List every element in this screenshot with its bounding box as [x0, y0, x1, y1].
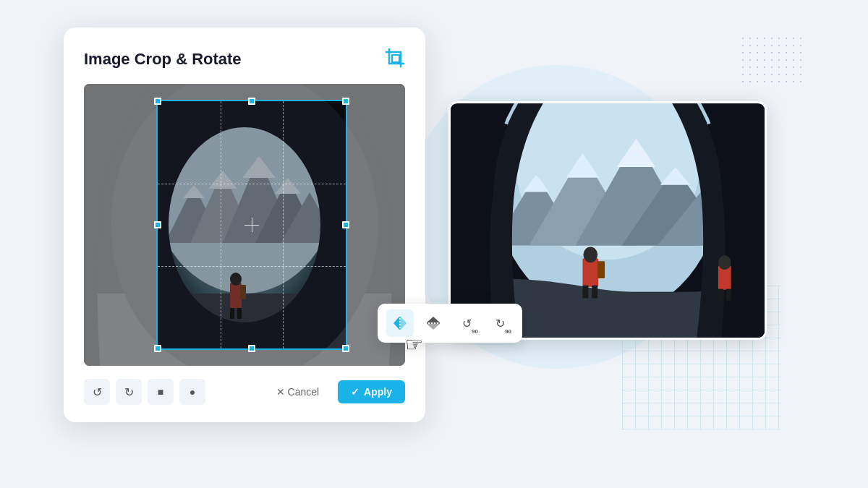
- footer-left-controls: ↺ ↻ ■ ●: [84, 379, 205, 405]
- cancel-icon: ✕: [276, 386, 285, 398]
- crop-handle-bot-left[interactable]: [154, 345, 161, 352]
- crop-handle-mid-left[interactable]: [154, 221, 161, 228]
- aspect-square-button[interactable]: ■: [148, 379, 174, 405]
- rotate-ccw-icon: ↺: [462, 317, 472, 330]
- crop-overlay-bottom: [156, 350, 347, 366]
- svg-rect-0: [392, 55, 399, 62]
- rotate-right-icon: ↻: [124, 385, 134, 399]
- rotate-ccw-label: 90: [472, 328, 478, 335]
- svg-rect-45: [726, 289, 731, 301]
- crop-grid-line-v1: [221, 101, 221, 348]
- crop-grid-line-h1: [158, 184, 346, 184]
- rotate-ccw-button[interactable]: ↺ 90: [453, 309, 480, 337]
- svg-marker-21: [427, 317, 440, 322]
- crop-handle-top-mid[interactable]: [248, 98, 255, 105]
- flip-vertical-button[interactable]: [420, 309, 447, 337]
- cancel-label: Cancel: [288, 386, 320, 398]
- apply-button[interactable]: ✓ Apply: [338, 380, 405, 403]
- crop-center-cross: [244, 218, 259, 232]
- aspect-circle-icon: ●: [190, 386, 195, 398]
- crop-handle-top-left[interactable]: [154, 98, 161, 105]
- svg-marker-22: [427, 324, 440, 330]
- crop-selection-box[interactable]: [156, 100, 347, 350]
- flip-horizontal-icon: [392, 315, 408, 331]
- crop-grid-line-h2: [158, 266, 346, 267]
- card-footer: ↺ ↻ ■ ● ✕ Cancel ✓ Apply: [84, 379, 405, 405]
- crop-handle-bot-right[interactable]: [342, 345, 349, 352]
- crop-grid-line-v2: [283, 101, 284, 348]
- crop-handle-mid-right[interactable]: [342, 221, 349, 228]
- svg-point-43: [718, 255, 731, 270]
- crop-handle-bot-mid[interactable]: [248, 345, 255, 352]
- svg-point-38: [583, 247, 597, 262]
- svg-rect-41: [597, 261, 605, 278]
- svg-rect-37: [582, 258, 598, 286]
- rotate-cw-icon: ↻: [495, 317, 505, 330]
- card-title: Image Crop & Rotate: [84, 50, 242, 69]
- bg-dots-decoration: [739, 35, 804, 85]
- apply-label: Apply: [364, 386, 392, 398]
- svg-rect-40: [592, 286, 597, 299]
- flip-vertical-icon: [425, 315, 441, 331]
- aspect-square-icon: ■: [158, 386, 163, 398]
- svg-rect-44: [718, 289, 723, 301]
- cancel-button[interactable]: ✕ Cancel: [265, 380, 331, 403]
- crop-overlay-left: [84, 84, 156, 366]
- flip-horizontal-button[interactable]: [386, 309, 414, 337]
- crop-image-area[interactable]: [84, 84, 405, 366]
- aspect-circle-button[interactable]: ●: [179, 379, 205, 405]
- crop-icon: [385, 48, 405, 71]
- svg-marker-19: [401, 317, 407, 330]
- card-header: Image Crop & Rotate: [84, 48, 405, 71]
- crop-handle-top-right[interactable]: [342, 98, 349, 105]
- preview-image: [451, 103, 765, 338]
- apply-icon: ✓: [351, 386, 359, 398]
- svg-rect-39: [582, 286, 588, 299]
- crop-card: Image Crop & Rotate: [64, 27, 425, 422]
- footer-right-controls: ✕ Cancel ✓ Apply: [265, 380, 405, 403]
- rotate-cw-label: 90: [505, 328, 511, 335]
- rotate-cw-button[interactable]: ↻ 90: [486, 309, 514, 337]
- cross-vertical: [252, 218, 252, 232]
- rotate-right-button[interactable]: ↻: [116, 379, 142, 405]
- rotate-left-button[interactable]: ↺: [84, 379, 110, 405]
- floating-toolbar: ↺ 90 ↻ 90: [378, 304, 522, 343]
- svg-marker-18: [393, 317, 399, 330]
- rotate-left-icon: ↺: [93, 385, 102, 399]
